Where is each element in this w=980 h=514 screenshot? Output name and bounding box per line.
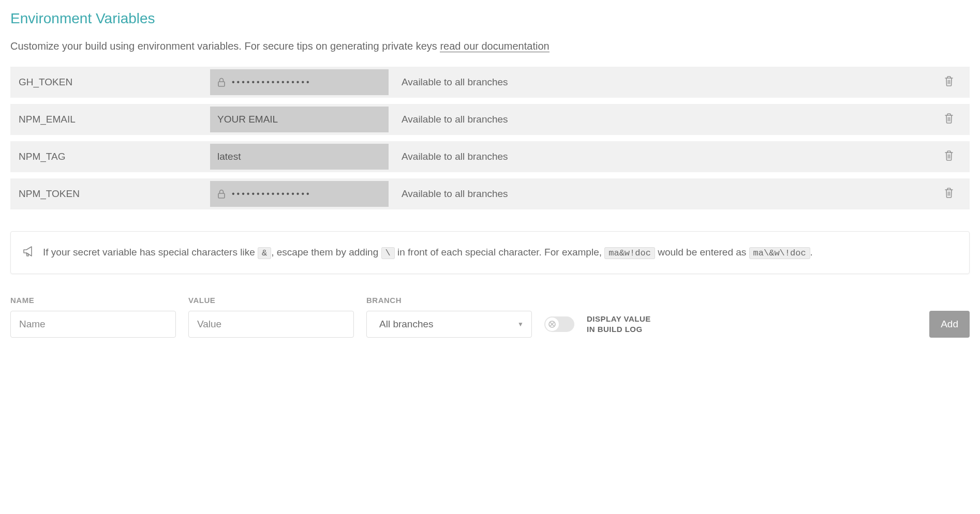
tip-text: If your secret variable has special char…: [43, 244, 813, 261]
value-label: VALUE: [188, 296, 354, 305]
delete-button[interactable]: [928, 150, 970, 163]
env-var-list: GH_TOKEN••••••••••••••••Available to all…: [10, 67, 970, 209]
megaphone-icon: [22, 246, 35, 259]
env-var-name: NPM_TAG: [19, 151, 210, 162]
env-var-value-box: YOUR EMAIL: [210, 107, 389, 132]
code-example-escaped: ma\&w\!doc: [749, 247, 810, 259]
trash-icon: [944, 113, 954, 126]
env-var-availability: Available to all branches: [402, 114, 928, 125]
env-var-name: NPM_TOKEN: [19, 188, 210, 200]
env-var-availability: Available to all branches: [402, 188, 928, 200]
add-button[interactable]: Add: [929, 311, 970, 338]
toggle-knob: [545, 318, 559, 331]
code-ampersand: &: [258, 247, 271, 259]
name-label: NAME: [10, 296, 176, 305]
add-env-var-form: NAME VALUE BRANCH All branches ▼ DISPLAY: [10, 296, 970, 338]
lock-icon: [217, 189, 226, 199]
section-title: Environment Variables: [10, 10, 970, 27]
trash-icon: [944, 150, 954, 163]
code-backslash: \: [381, 247, 395, 259]
env-var-row: NPM_EMAILYOUR EMAILAvailable to all bran…: [10, 104, 970, 135]
env-var-name: GH_TOKEN: [19, 77, 210, 88]
code-example-raw: ma&w!doc: [604, 247, 655, 259]
trash-icon: [944, 75, 954, 89]
env-var-row: NPM_TAGlatestAvailable to all branches: [10, 141, 970, 172]
lock-icon: [217, 77, 226, 87]
env-var-availability: Available to all branches: [402, 77, 928, 88]
display-value-toggle[interactable]: [544, 316, 574, 332]
branch-select[interactable]: All branches: [366, 311, 532, 338]
env-var-availability: Available to all branches: [402, 151, 928, 162]
section-description: Customize your build using environment v…: [10, 40, 970, 52]
trash-icon: [944, 187, 954, 201]
delete-button[interactable]: [928, 187, 970, 201]
env-var-value: ••••••••••••••••: [232, 189, 311, 199]
name-input[interactable]: [10, 311, 176, 338]
branch-label: BRANCH: [366, 296, 532, 305]
env-var-row: NPM_TOKEN••••••••••••••••Available to al…: [10, 178, 970, 209]
delete-button[interactable]: [928, 75, 970, 89]
display-value-toggle-label: DISPLAY VALUE IN BUILD LOG: [587, 314, 651, 334]
value-input[interactable]: [188, 311, 354, 338]
env-var-value-box: latest: [210, 144, 389, 170]
svg-rect-7: [218, 193, 225, 198]
env-var-name: NPM_EMAIL: [19, 114, 210, 125]
svg-rect-0: [218, 82, 225, 86]
env-var-value: YOUR EMAIL: [217, 114, 278, 125]
tip-box: If your secret variable has special char…: [10, 231, 970, 274]
env-var-value: ••••••••••••••••: [232, 78, 311, 87]
env-var-value-box: ••••••••••••••••: [210, 181, 389, 207]
env-var-row: GH_TOKEN••••••••••••••••Available to all…: [10, 67, 970, 98]
description-text: Customize your build using environment v…: [10, 40, 440, 52]
docs-link[interactable]: read our documentation: [440, 40, 549, 52]
delete-button[interactable]: [928, 113, 970, 126]
env-var-value-box: ••••••••••••••••: [210, 69, 389, 95]
env-var-value: latest: [217, 151, 241, 162]
